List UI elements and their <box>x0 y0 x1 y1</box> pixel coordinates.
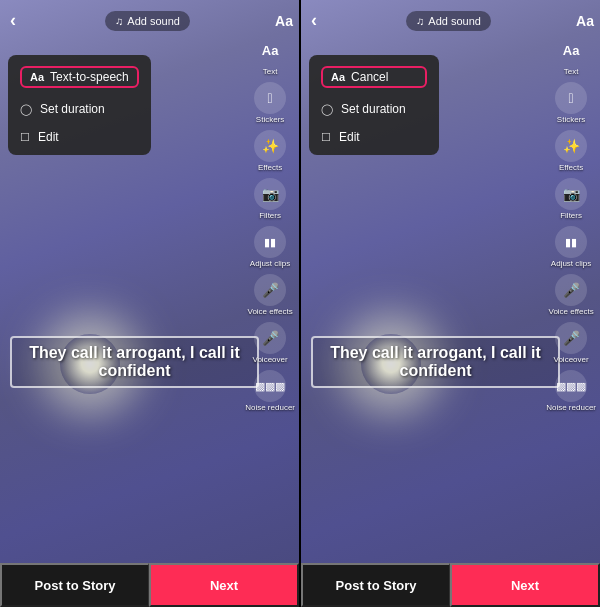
right-add-sound-button[interactable]: ♫ Add sound <box>406 11 491 31</box>
left-toolbar-stickers[interactable]: 🟛 Stickers <box>254 82 286 124</box>
right-toolbar-stickers[interactable]: 🟛 Stickers <box>555 82 587 124</box>
left-menu-item1-label: Text-to-speech <box>50 70 129 84</box>
right-toolbar: Aa Text 🟛 Stickers ✨ Effects 📷 Filters ▮… <box>542 30 600 420</box>
right-menu-set-duration[interactable]: ◯ Set duration <box>309 95 439 123</box>
right-caption-container: They call it arrogant, I call it confide… <box>301 330 570 394</box>
left-toolbar-voiceover[interactable]: 🎤 Voiceover <box>253 322 288 364</box>
voice-effects-icon: 🎤 <box>254 274 286 306</box>
right-stickers-icon: 🟛 <box>555 82 587 114</box>
right-noise-icon: ▩▩▩ <box>555 370 587 402</box>
aa-icon-left: Aa <box>30 71 44 83</box>
right-next-button[interactable]: Next <box>450 563 600 607</box>
left-toolbar-voice-effects[interactable]: 🎤 Voice effects <box>247 274 292 316</box>
left-caption: They call it arrogant, I call it confide… <box>10 336 259 388</box>
right-effects-icon: ✨ <box>555 130 587 162</box>
left-toolbar: Aa Text 🟛 Stickers ✨ Effects 📷 Filters ▮… <box>241 30 299 420</box>
left-menu-set-duration[interactable]: ◯ Set duration <box>8 95 151 123</box>
right-text-icon: Aa <box>555 34 587 66</box>
right-toolbar-effects[interactable]: ✨ Effects <box>555 130 587 172</box>
right-toolbar-adjust[interactable]: ▮▮ Adjust clips <box>551 226 591 268</box>
effects-icon: ✨ <box>254 130 286 162</box>
left-add-sound-button[interactable]: ♫ Add sound <box>105 11 190 31</box>
right-bottom-bar: Post to Story Next <box>301 563 600 607</box>
right-menu-cancel[interactable]: Aa Cancel <box>309 59 439 95</box>
right-voice-effects-icon: 🎤 <box>555 274 587 306</box>
filters-icon: 📷 <box>254 178 286 210</box>
aa-icon-right: Aa <box>331 71 345 83</box>
right-menu-item2-label: Set duration <box>341 102 406 116</box>
left-panel: ‹ ♫ Add sound Aa Aa Text 🟛 Stickers ✨ Ef… <box>0 0 299 563</box>
left-toolbar-noise[interactable]: ▩▩▩ Noise reducer <box>245 370 295 412</box>
left-menu-item2-label: Set duration <box>40 102 105 116</box>
left-next-button[interactable]: Next <box>149 563 299 607</box>
right-context-menu: Aa Cancel ◯ Set duration ☐ Edit <box>309 55 439 155</box>
right-toolbar-filters[interactable]: 📷 Filters <box>555 178 587 220</box>
right-music-icon: ♫ <box>416 15 424 27</box>
voiceover-icon: 🎤 <box>254 322 286 354</box>
adjust-icon: ▮▮ <box>254 226 286 258</box>
text-to-speech-box: Aa Text-to-speech <box>20 66 139 88</box>
left-toolbar-effects[interactable]: ✨ Effects <box>254 130 286 172</box>
right-filters-icon: 📷 <box>555 178 587 210</box>
right-toolbar-voice-effects[interactable]: 🎤 Voice effects <box>548 274 593 316</box>
left-menu-item3-label: Edit <box>38 130 59 144</box>
stickers-icon: 🟛 <box>254 82 286 114</box>
right-panel: ‹ ♫ Add sound Aa Aa Text 🟛 Stickers ✨ Ef… <box>299 0 600 563</box>
right-adjust-icon: ▮▮ <box>555 226 587 258</box>
right-add-sound-label: Add sound <box>428 15 481 27</box>
left-caption-container: They call it arrogant, I call it confide… <box>0 330 269 394</box>
left-post-to-story-button[interactable]: Post to Story <box>0 563 149 607</box>
edit-icon-left: ☐ <box>20 131 30 144</box>
right-aa-button[interactable]: Aa <box>576 13 594 29</box>
cancel-box: Aa Cancel <box>321 66 427 88</box>
right-menu-item1-label: Cancel <box>351 70 388 84</box>
right-toolbar-noise[interactable]: ▩▩▩ Noise reducer <box>546 370 596 412</box>
right-post-to-story-button[interactable]: Post to Story <box>301 563 450 607</box>
left-toolbar-adjust[interactable]: ▮▮ Adjust clips <box>250 226 290 268</box>
left-context-menu: Aa Text-to-speech ◯ Set duration ☐ Edit <box>8 55 151 155</box>
text-icon: Aa <box>254 34 286 66</box>
right-menu-item3-label: Edit <box>339 130 360 144</box>
left-back-button[interactable]: ‹ <box>6 6 20 35</box>
music-icon: ♫ <box>115 15 123 27</box>
left-aa-button[interactable]: Aa <box>275 13 293 29</box>
clock-icon-left: ◯ <box>20 103 32 116</box>
left-bottom-bar: Post to Story Next <box>0 563 299 607</box>
right-menu-edit[interactable]: ☐ Edit <box>309 123 439 151</box>
edit-icon-right: ☐ <box>321 131 331 144</box>
right-toolbar-voiceover[interactable]: 🎤 Voiceover <box>554 322 589 364</box>
left-toolbar-filters[interactable]: 📷 Filters <box>254 178 286 220</box>
right-toolbar-text[interactable]: Aa Text <box>555 34 587 76</box>
right-back-button[interactable]: ‹ <box>307 6 321 35</box>
left-menu-edit[interactable]: ☐ Edit <box>8 123 151 151</box>
left-add-sound-label: Add sound <box>127 15 180 27</box>
right-caption: They call it arrogant, I call it confide… <box>311 336 560 388</box>
left-toolbar-text[interactable]: Aa Text <box>254 34 286 76</box>
clock-icon-right: ◯ <box>321 103 333 116</box>
left-menu-text-to-speech[interactable]: Aa Text-to-speech <box>8 59 151 95</box>
right-voiceover-icon: 🎤 <box>555 322 587 354</box>
noise-icon: ▩▩▩ <box>254 370 286 402</box>
